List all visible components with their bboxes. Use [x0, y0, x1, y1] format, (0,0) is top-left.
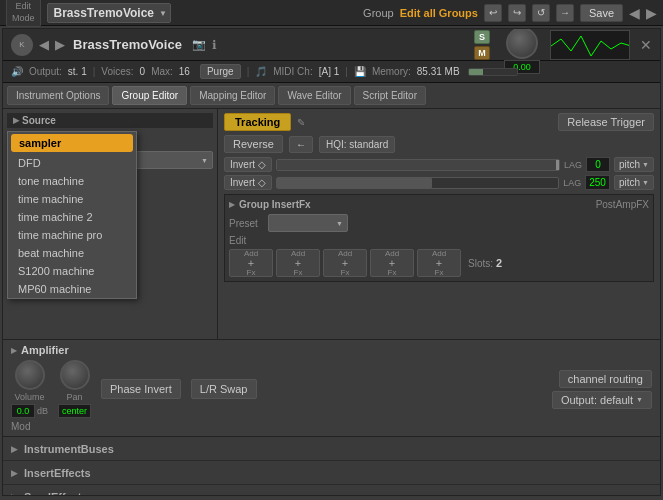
group-preset-label: Preset — [229, 218, 264, 229]
group-section-arrow: ▶ — [229, 200, 235, 209]
midi-value: [A] 1 — [319, 66, 340, 77]
fx-slot-5[interactable]: Add + Fx — [417, 249, 461, 277]
pitch-select-2[interactable]: pitch▼ — [614, 175, 654, 190]
channel-routing-btn[interactable]: channel routing — [559, 370, 652, 388]
insert-effects-label: InsertEffects — [24, 467, 91, 479]
invert-btn-2[interactable]: Invert ◇ — [224, 175, 272, 190]
fx-slot-1[interactable]: Add + Fx — [229, 249, 273, 277]
tab-script-editor[interactable]: Script Editor — [354, 86, 426, 105]
pan-label: Pan — [67, 392, 83, 402]
slots-label: Slots: — [468, 258, 493, 269]
voices-value: 0 — [140, 66, 146, 77]
engine-option-sampler[interactable]: sampler — [11, 134, 133, 152]
camera-icon[interactable]: 📷 — [192, 38, 206, 51]
plugin-logo: K — [11, 34, 33, 56]
mute-button[interactable]: M — [474, 46, 490, 60]
output-value: st. 1 — [68, 66, 87, 77]
amp-title: Amplifier — [21, 344, 69, 356]
phase-invert-btn[interactable]: Phase Invert — [101, 379, 181, 399]
lag-value-1[interactable]: 0 — [586, 157, 610, 172]
reverse-btn[interactable]: Reverse — [224, 135, 283, 153]
output-default-btn[interactable]: Output: default ▼ — [552, 391, 652, 409]
engine-option-dfd[interactable]: DFD — [8, 154, 136, 172]
volume-db: dB — [37, 406, 48, 416]
slider-thumb-1 — [556, 160, 559, 170]
pan-value: center — [58, 404, 91, 418]
hqi-select[interactable]: HQI: standard — [319, 136, 395, 153]
forward-btn[interactable]: → — [556, 4, 574, 22]
pencil-icon: ✎ — [297, 117, 305, 128]
volume-label: Volume — [14, 392, 44, 402]
memory-value: 85.31 MB — [417, 66, 460, 77]
fx-slot-2[interactable]: Add + Fx — [276, 249, 320, 277]
close-btn[interactable]: ✕ — [640, 37, 652, 53]
tab-group-editor[interactable]: Group Editor — [112, 86, 187, 105]
memory-icon: 💾 — [354, 66, 366, 77]
midi-icon: 🎵 — [255, 66, 267, 77]
fx-slot-4[interactable]: Add + Fx — [370, 249, 414, 277]
output-icon: 🔊 — [11, 66, 23, 77]
mod-slider-1[interactable] — [276, 159, 560, 171]
release-trigger-btn[interactable]: Release Trigger — [558, 113, 654, 131]
arrow-left-btn[interactable]: ← — [289, 136, 313, 153]
nav-prev-btn[interactable]: ◀ — [629, 5, 640, 21]
lag-value-2[interactable]: 250 — [585, 175, 610, 190]
pitch-select-1[interactable]: pitch▼ — [614, 157, 654, 172]
redo-btn[interactable]: ↪ — [508, 4, 526, 22]
instrument-buses-row[interactable]: ▶ InstrumentBuses — [3, 437, 660, 461]
engine-option-s1200-machine[interactable]: S1200 machine — [8, 262, 136, 280]
fx-slot-3[interactable]: Add + Fx — [323, 249, 367, 277]
plugin-name-dropdown[interactable]: BrassTremoVoice ▼ — [47, 3, 172, 23]
insert-effects-arrow: ▶ — [11, 468, 18, 478]
lr-swap-btn[interactable]: L/R Swap — [191, 379, 257, 399]
engine-option-time-machine-pro[interactable]: time machine pro — [8, 226, 136, 244]
purge-button[interactable]: Purge — [200, 64, 241, 79]
insert-effects-row[interactable]: ▶ InsertEffects — [3, 461, 660, 485]
engine-option-time-machine-2[interactable]: time machine 2 — [8, 208, 136, 226]
invert-btn-1[interactable]: Invert ◇ — [224, 157, 272, 172]
group-section-label: Group InsertFx — [239, 199, 311, 210]
send-effects-label: SendEffects — [24, 491, 88, 497]
group-label: Group — [363, 7, 394, 19]
send-effects-row[interactable]: ▶ SendEffects — [3, 485, 660, 496]
edit-mode-btn[interactable]: Edit Mode — [6, 0, 41, 27]
amp-section-arrow: ▶ — [11, 346, 17, 355]
tab-instrument-options[interactable]: Instrument Options — [7, 86, 109, 105]
group-preset-dropdown[interactable]: — ▼ — [268, 214, 348, 232]
tracking-button[interactable]: Tracking — [224, 113, 291, 131]
engine-option-mp60-machine[interactable]: MP60 machine — [8, 280, 136, 298]
send-effects-arrow: ▶ — [11, 492, 18, 497]
plugin-title: BrassTremoVoice — [73, 37, 182, 52]
post-amp-label: PostAmpFX — [596, 199, 649, 210]
info-icon[interactable]: ℹ — [212, 38, 217, 52]
pan-knob[interactable] — [60, 360, 90, 390]
nav-next-btn[interactable]: ▶ — [646, 5, 657, 21]
waveform-display — [550, 30, 630, 60]
engine-option-time-machine[interactable]: time machine — [8, 190, 136, 208]
undo-btn[interactable]: ↩ — [484, 4, 502, 22]
refresh-btn[interactable]: ↺ — [532, 4, 550, 22]
volume-knob[interactable] — [15, 360, 45, 390]
mod-slider-2[interactable] — [276, 177, 559, 189]
plugin-nav-next[interactable]: ▶ — [55, 37, 65, 52]
lag-label-2: LAG — [563, 178, 581, 188]
lag-label-1: LAG — [564, 160, 582, 170]
edit-all-groups-btn[interactable]: Edit all Groups — [400, 7, 478, 19]
voices-label: Voices: — [101, 66, 133, 77]
tab-wave-editor[interactable]: Wave Editor — [278, 86, 350, 105]
engine-dropdown-menu[interactable]: sampler DFD tone machine time machine ti… — [7, 131, 137, 299]
engine-option-beat-machine[interactable]: beat machine — [8, 244, 136, 262]
tab-mapping-editor[interactable]: Mapping Editor — [190, 86, 275, 105]
save-button[interactable]: Save — [580, 4, 623, 22]
plugin-nav-prev[interactable]: ◀ — [39, 37, 49, 52]
solo-button[interactable]: S — [474, 30, 490, 44]
engine-option-tone-machine[interactable]: tone machine — [8, 172, 136, 190]
tune-knob[interactable] — [506, 28, 538, 59]
instrument-buses-label: InstrumentBuses — [24, 443, 114, 455]
output-label: Output: — [29, 66, 62, 77]
instrument-buses-arrow: ▶ — [11, 444, 18, 454]
max-label: Max: — [151, 66, 173, 77]
memory-label: Memory: — [372, 66, 411, 77]
memory-bar — [468, 68, 518, 76]
max-value: 16 — [179, 66, 190, 77]
